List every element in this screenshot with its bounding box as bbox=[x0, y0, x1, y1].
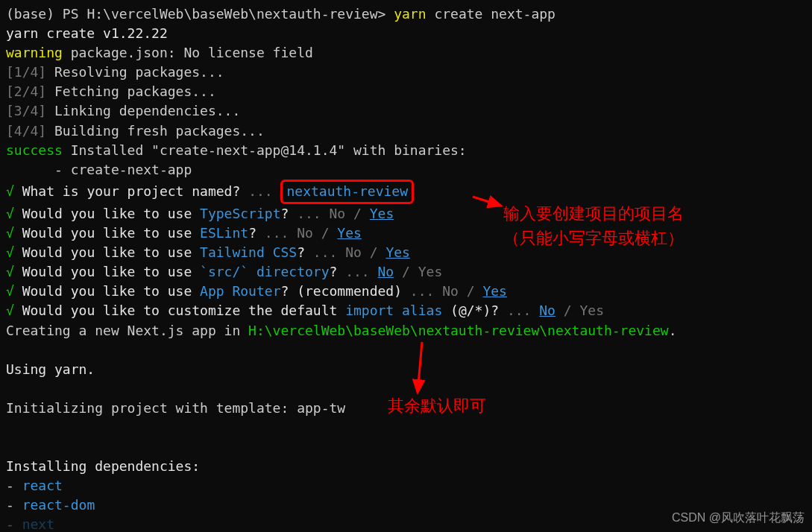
annotation-defaults: 其余默认即可 bbox=[388, 393, 486, 418]
step-num: [3/4] bbox=[6, 103, 46, 118]
step-line: [3/4] Linking dependencies... bbox=[6, 101, 806, 121]
prompt-line: (base) PS H:\vercelWeb\baseWeb\nextauth-… bbox=[6, 4, 806, 24]
blank-line bbox=[6, 437, 806, 457]
installing-deps: Installing dependencies: bbox=[6, 457, 806, 476]
question-alias-line: √ Would you like to customize the defaul… bbox=[6, 301, 806, 320]
dash: - bbox=[6, 497, 22, 513]
blank-line bbox=[6, 341, 806, 360]
using-yarn: Using yarn. bbox=[6, 360, 806, 379]
opt-no: No bbox=[539, 303, 556, 318]
question-keyword: TypeScript bbox=[200, 206, 280, 221]
question-pre: Would you like to use bbox=[14, 283, 200, 299]
question-text: What is your project named? bbox=[14, 183, 248, 199]
question-post: ? bbox=[248, 225, 256, 241]
question-post: ? bbox=[297, 244, 305, 260]
step-line: [2/4] Fetching packages... bbox=[6, 82, 806, 101]
opt-no: No bbox=[297, 225, 313, 241]
step-num: [1/4] bbox=[6, 64, 46, 80]
question-keyword: import alias bbox=[345, 303, 442, 318]
opt-yes: Yes bbox=[579, 303, 604, 318]
opt-yes: Yes bbox=[337, 225, 362, 241]
ps-tag: PS bbox=[63, 6, 87, 22]
sep: / bbox=[459, 283, 483, 299]
dots: ... bbox=[256, 225, 297, 241]
creating-pre: Creating a new Next.js app in bbox=[6, 323, 248, 338]
opt-yes: Yes bbox=[418, 264, 443, 279]
dots: ... bbox=[402, 283, 442, 299]
env-tag: (base) bbox=[6, 6, 63, 22]
opt-no: No bbox=[345, 244, 362, 260]
question-line: √ Would you like to use ESLint? ... No /… bbox=[6, 224, 806, 243]
check-icon: √ bbox=[6, 183, 14, 199]
check-icon: √ bbox=[6, 206, 14, 221]
dots: ... bbox=[337, 264, 377, 279]
sep: / bbox=[313, 225, 338, 241]
question-line: √ Would you like to use App Router? (rec… bbox=[6, 282, 806, 301]
question-keyword: Tailwind CSS bbox=[200, 244, 297, 260]
question-post: (@/*)? bbox=[442, 303, 499, 318]
opt-no: No bbox=[378, 264, 394, 279]
check-icon: √ bbox=[6, 303, 14, 318]
step-text: Fetching packages... bbox=[46, 83, 216, 99]
dots: ... bbox=[499, 303, 539, 318]
svg-line-0 bbox=[473, 197, 501, 206]
cwd-path: H:\vercelWeb\baseWeb\nextauth-review> bbox=[86, 6, 394, 22]
opt-no: No bbox=[330, 206, 346, 221]
question-pre: Would you like to use bbox=[14, 225, 200, 241]
step-num: [2/4] bbox=[6, 83, 46, 99]
creating-dot: . bbox=[669, 323, 677, 338]
annotation-project-name: 输入要创建项目的项目名 （只能小写字母或横杠） bbox=[503, 201, 684, 250]
question-post: ? bbox=[280, 206, 289, 221]
dep-line: - react bbox=[6, 476, 806, 495]
success-label: success bbox=[6, 142, 63, 158]
dep-name: next bbox=[22, 516, 54, 532]
step-line: [4/4] Building fresh packages... bbox=[6, 121, 806, 141]
success-text: Installed "create-next-app@14.1.4" with … bbox=[63, 142, 467, 158]
step-num: [4/4] bbox=[6, 123, 46, 139]
annotation-line1: 输入要创建项目的项目名 bbox=[503, 201, 684, 226]
question-line: √ Would you like to use `src/` directory… bbox=[6, 262, 806, 282]
warning-line: warning package.json: No license field bbox=[6, 43, 806, 63]
step-line: [1/4] Resolving packages... bbox=[6, 63, 806, 82]
question-keyword: App Router bbox=[200, 283, 280, 299]
dots: ... bbox=[289, 206, 329, 221]
success-sub: - create-next-app bbox=[6, 160, 806, 180]
question-post: ? (recommended) bbox=[280, 283, 402, 299]
sep: / bbox=[394, 264, 418, 279]
sep: / bbox=[362, 244, 386, 260]
step-text: Building fresh packages... bbox=[46, 123, 265, 139]
yarn-version: yarn create v1.22.22 bbox=[6, 24, 806, 43]
question-project-name: √ What is your project named? ... nextau… bbox=[6, 180, 806, 204]
opt-yes: Yes bbox=[482, 283, 507, 299]
project-name-value: nextauth-review bbox=[286, 183, 408, 199]
blank-line bbox=[6, 418, 806, 437]
creating-line: Creating a new Next.js app in H:\vercelW… bbox=[6, 321, 806, 341]
question-keyword: `src/` directory bbox=[200, 264, 329, 279]
question-pre: Would you like to use bbox=[14, 244, 200, 260]
question-pre: Would you like to customize the default bbox=[14, 303, 345, 318]
project-name-highlight: nextauth-review bbox=[280, 180, 414, 204]
watermark: CSDN @风吹落叶花飘荡 bbox=[672, 509, 805, 526]
annotation-arrow-icon bbox=[409, 339, 431, 399]
step-text: Resolving packages... bbox=[46, 64, 224, 80]
opt-yes: Yes bbox=[370, 206, 394, 221]
opt-yes: Yes bbox=[385, 244, 410, 260]
step-text: Linking dependencies... bbox=[46, 103, 240, 118]
dots: ... bbox=[248, 183, 280, 199]
question-post: ? bbox=[329, 264, 337, 279]
dep-name: react-dom bbox=[22, 497, 95, 513]
svg-line-1 bbox=[418, 342, 422, 393]
check-icon: √ bbox=[6, 225, 14, 241]
check-icon: √ bbox=[6, 244, 14, 260]
question-pre: Would you like to use bbox=[14, 264, 200, 279]
dots: ... bbox=[305, 244, 345, 260]
question-line: √ Would you like to use Tailwind CSS? ..… bbox=[6, 243, 806, 262]
check-icon: √ bbox=[6, 264, 14, 279]
creating-path: H:\vercelWeb\baseWeb\nextauth-review\nex… bbox=[248, 323, 669, 338]
opt-no: No bbox=[442, 283, 459, 299]
cmd-yarn: yarn bbox=[394, 6, 426, 22]
annotation-arrow-icon bbox=[471, 192, 506, 210]
sep: / bbox=[345, 206, 370, 221]
question-keyword: ESLint bbox=[200, 225, 248, 241]
warning-label: warning bbox=[6, 45, 63, 60]
